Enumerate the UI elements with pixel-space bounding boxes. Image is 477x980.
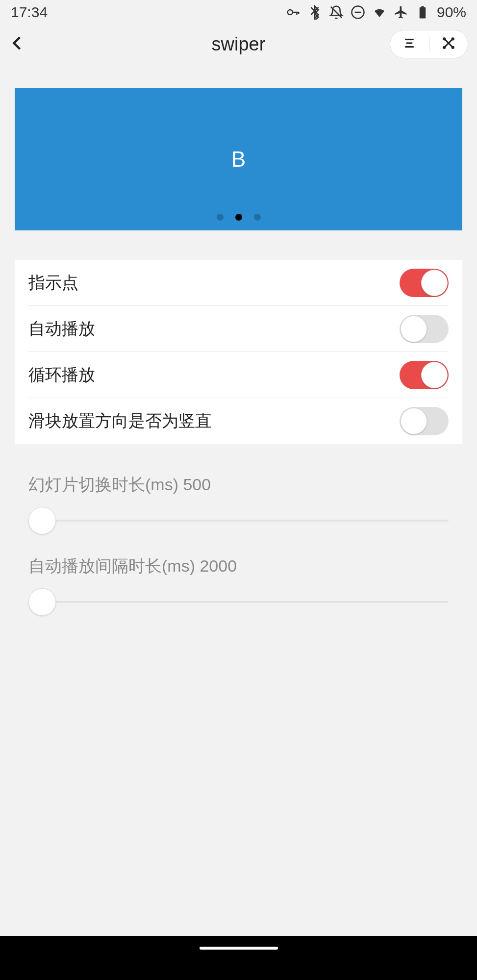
slider-label-prefix: 自动播放间隔时长(ms) <box>28 556 195 575</box>
slider-track-line <box>28 520 449 522</box>
toggle-switch-autoplay[interactable] <box>400 315 449 343</box>
svg-rect-4 <box>420 7 426 19</box>
slider-label-prefix: 幻灯片切换时长(ms) <box>28 475 178 494</box>
toggle-label: 指示点 <box>28 272 78 294</box>
battery-percent: 90% <box>437 4 466 21</box>
swiper-dots <box>15 214 462 221</box>
slider-track-line <box>28 601 449 603</box>
close-icon <box>441 36 456 50</box>
toggle-label: 自动播放 <box>28 318 95 340</box>
toggle-switch-loop[interactable] <box>400 361 449 389</box>
airplane-icon <box>394 5 408 20</box>
toggle-row-indicator: 指示点 <box>28 260 449 306</box>
slider-label: 幻灯片切换时长(ms) 500 <box>28 474 449 496</box>
wifi-icon <box>372 5 387 20</box>
capsule <box>390 30 468 58</box>
slider-section: 幻灯片切换时长(ms) 500 自动播放间隔时长(ms) 2000 <box>15 474 462 617</box>
status-time: 17:34 <box>11 4 48 21</box>
home-indicator[interactable] <box>200 947 278 950</box>
status-icons: 90% <box>286 4 466 21</box>
slider-duration[interactable] <box>28 506 449 535</box>
slider-label-value: 2000 <box>200 556 237 575</box>
bluetooth-icon <box>307 5 322 20</box>
bell-off-icon <box>329 5 344 20</box>
toggle-row-loop: 循环播放 <box>28 352 449 398</box>
swiper-dot <box>217 214 224 221</box>
slider-thumb[interactable] <box>28 588 56 616</box>
status-bar: 17:34 90% <box>0 0 477 25</box>
switch-knob <box>421 270 448 296</box>
chevron-left-icon <box>9 34 26 52</box>
capsule-menu-button[interactable] <box>402 36 417 52</box>
system-nav-bar <box>0 936 477 980</box>
battery-icon <box>415 5 430 20</box>
toggle-label: 循环播放 <box>28 364 95 386</box>
svg-rect-5 <box>421 6 424 8</box>
svg-point-0 <box>288 10 293 15</box>
toggle-switch-indicator[interactable] <box>400 269 449 297</box>
slider-thumb[interactable] <box>28 507 56 534</box>
slider-interval[interactable] <box>28 587 449 617</box>
capsule-close-button[interactable] <box>441 36 456 52</box>
toggle-list: 指示点 自动播放 循环播放 滑块放置方向是否为竖直 <box>15 260 462 444</box>
capsule-divider <box>429 37 429 51</box>
vpn-key-icon <box>286 5 301 20</box>
toggle-row-vertical: 滑块放置方向是否为竖直 <box>28 398 449 444</box>
swiper-dot <box>254 214 261 221</box>
toggle-switch-vertical[interactable] <box>400 407 449 435</box>
switch-knob <box>401 316 427 342</box>
toggle-row-autoplay: 自动播放 <box>28 306 449 352</box>
swiper-viewport[interactable]: B <box>15 88 462 230</box>
slider-label: 自动播放间隔时长(ms) 2000 <box>28 555 449 578</box>
swiper-slide-content: B <box>231 147 246 172</box>
switch-knob <box>401 408 427 434</box>
nav-bar: swiper <box>0 25 477 64</box>
toggle-label: 滑块放置方向是否为竖直 <box>28 410 212 432</box>
back-button[interactable] <box>9 34 26 54</box>
slider-block-duration: 幻灯片切换时长(ms) 500 <box>28 474 449 535</box>
do-not-disturb-icon <box>351 5 365 20</box>
menu-icon <box>402 36 417 50</box>
switch-knob <box>421 362 448 388</box>
swiper-dot-active <box>235 214 242 221</box>
slider-label-value: 500 <box>183 475 211 494</box>
slider-block-interval: 自动播放间隔时长(ms) 2000 <box>28 555 449 617</box>
